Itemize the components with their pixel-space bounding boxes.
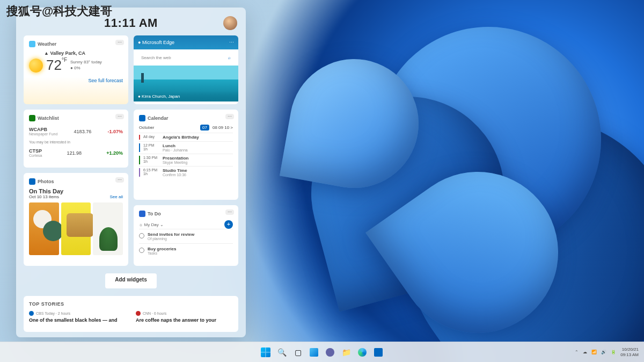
weather-description: Sunny 83° today ● 0% [70,60,102,71]
widget-menu-button[interactable]: ⋯ [229,40,234,45]
temperature-value: 72°F [46,57,67,74]
taskbar: 🔍 ▢ 📁 ⌃ ☁ 📶 🔊 🔋 10/20/21 09:13 AM [0,342,644,362]
calendar-event[interactable]: All day Angela's Birthday [139,133,233,141]
widget-menu-button[interactable]: ⋯ [115,114,124,119]
widget-menu-button[interactable]: ⋯ [115,40,124,45]
photos-see-all-link[interactable]: See all [110,194,123,199]
photo-thumb[interactable] [93,202,123,255]
todo-add-button[interactable]: + [224,220,233,229]
widgets-flyout: 11:11 AM Weather ⋯ ▲ Valley Park, CA 72°… [16,8,246,337]
onedrive-icon[interactable]: ☁ [583,350,587,354]
weather-icon [29,41,35,47]
widget-menu-button[interactable]: ⋯ [225,209,234,215]
bing-caption: ● Kirra Church, Japan [134,91,238,102]
user-avatar[interactable] [223,16,237,30]
widget-menu-button[interactable]: ⋯ [115,177,124,183]
weather-widget[interactable]: Weather ⋯ ▲ Valley Park, CA 72°F Sunny 8… [24,35,128,104]
store-button[interactable] [372,346,385,359]
search-icon: ⌕ [228,55,231,60]
watermark-text: 搜狐号@科技犬建哥 [6,3,112,19]
todo-icon [139,211,145,217]
photo-thumb[interactable] [61,202,91,255]
calendar-icon [139,115,145,121]
calendar-widget[interactable]: Calendar ⋯ October 07 08 09 10 > All day… [134,110,238,200]
start-button[interactable] [259,346,272,359]
explorer-button[interactable]: 📁 [340,346,353,359]
calendar-today[interactable]: 07 [200,125,209,131]
wifi-icon[interactable]: 📶 [591,350,597,354]
todo-checkbox[interactable] [139,233,144,238]
finance-widget[interactable]: Watchlist ⋯ WCAPBNewspaper Fund 4183.76 … [24,110,128,168]
chevron-up-icon[interactable]: ⌃ [575,350,579,354]
search-button[interactable]: 🔍 [275,346,288,359]
weather-forecast-link[interactable]: See full forecast [29,78,123,83]
add-widgets-button[interactable]: Add widgets [105,273,156,288]
top-stories-section: TOP STORIES CBS Today · 2 hours One of t… [24,296,238,332]
photos-icon [29,178,35,185]
edge-button[interactable] [356,346,369,359]
todo-widget[interactable]: To Do ⋯ ☼ My Day ⌄ + Send invites for re… [134,205,238,266]
edge-widget[interactable]: ● Microsoft Edge⋯ Search the web ⌕ ● Kir… [134,35,238,104]
task-view-button[interactable]: ▢ [291,346,304,359]
todo-checkbox[interactable] [139,248,144,253]
todo-item[interactable]: Buy groceriesTasks [139,243,233,258]
todo-list-selector[interactable]: ☼ My Day ⌄ [139,222,164,227]
widget-menu-button[interactable]: ⋯ [225,114,234,119]
calendar-event[interactable]: 1:30 PM1h PresentationSkype Meeting [139,154,233,166]
bing-search-input[interactable]: Search the web ⌕ [138,53,234,62]
top-stories-heading: TOP STORIES [29,301,233,307]
sun-icon [29,59,43,73]
finance-icon [29,115,35,121]
taskbar-clock[interactable]: 10/20/21 09:13 AM [620,347,639,357]
chat-button[interactable] [324,346,336,359]
todo-item[interactable]: Send invites for reviewOf planning [139,229,233,243]
volume-icon[interactable]: 🔊 [601,350,606,354]
battery-icon[interactable]: 🔋 [611,350,616,354]
photos-widget[interactable]: Photos ⋯ On This Day Oct 10 13 items See… [24,173,128,266]
calendar-event[interactable]: 12 PM1h LunchPalo · Johanna [139,141,233,154]
widgets-button[interactable] [308,346,320,359]
calendar-days[interactable]: 08 09 10 > [213,125,233,130]
photo-thumb[interactable] [29,202,59,255]
news-story[interactable]: CBS Today · 2 hours One of the smallest … [29,311,126,324]
news-story[interactable]: CNN · 6 hours Are coffee naps the answer… [136,311,233,324]
system-tray[interactable]: ⌃ ☁ 📶 🔊 🔋 10/20/21 09:13 AM [575,347,639,357]
weather-location: ▲ Valley Park, CA [44,50,123,56]
calendar-event[interactable]: 6:15 PM1h Studio TimeConfirm 10:36 [139,166,233,178]
